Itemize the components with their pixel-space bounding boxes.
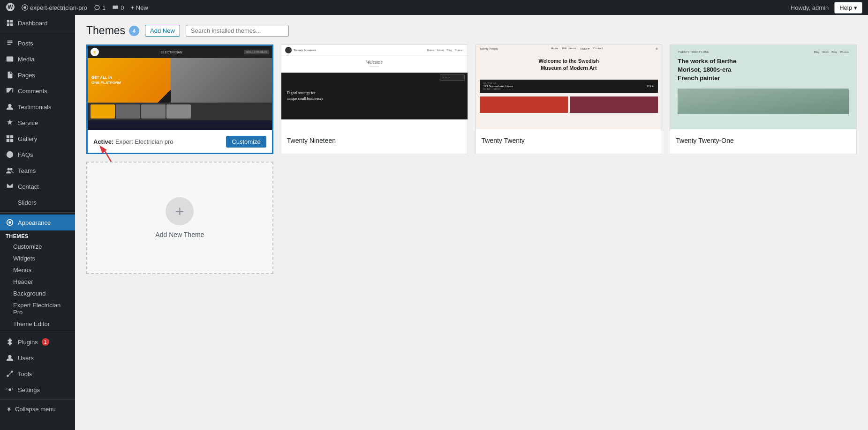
theme-thumbnail-twenty: Twenty Twenty HomeEdit menusAbout ▾Conta… [476,45,662,129]
sidebar-item-gallery[interactable]: Gallery [0,131,75,147]
themes-header: Themes 4 Add New [86,24,857,37]
theme-card-nineteen[interactable]: Twenty Nineteen HomeAboutBlogContact Wel… [281,44,468,154]
add-new-button[interactable]: Add New [145,25,180,37]
elec-logo: E [91,48,99,56]
posts-icon [6,39,14,47]
teams-icon [6,166,14,175]
contact-icon [6,182,14,191]
main-layout: Dashboard Posts Media Pages Comments Tes… [0,15,868,430]
wp-logo-icon[interactable]: W [6,2,15,13]
submenu-background[interactable]: Background [0,288,75,299]
plugins-badge: 1 [42,338,49,346]
svg-text:W: W [8,4,13,10]
svg-rect-8 [10,135,13,138]
svg-point-15 [8,355,11,358]
theme-thumbnail-twentyone: TWENTY TWENTY-ONE BlogWorkBlogPhotos The… [670,45,856,129]
submenu-menus[interactable]: Menus [0,264,75,276]
main-content: Themes 4 Add New E ELECTRICIAN SOL [75,15,868,430]
sidebar-item-pages[interactable]: Pages [0,67,75,83]
sidebar-item-comments[interactable]: Comments [0,83,75,99]
faqs-icon [6,150,14,159]
elec-hero-image [171,58,272,103]
sidebar-item-dashboard[interactable]: Dashboard [0,15,75,31]
settings-icon [6,386,14,394]
twenty-event-card: UPCOMING 123 Somewhere, Umea 90:00 – 19:… [480,80,658,93]
sidebar-item-sliders[interactable]: Sliders [0,194,75,210]
collapse-menu-button[interactable]: Collapse menu [0,402,75,416]
plugins-icon [6,338,14,346]
add-theme-icon: + [166,197,194,225]
pages-icon [6,71,14,79]
submenu-customize[interactable]: Customize [0,241,75,252]
theme-card-active[interactable]: E ELECTRICIAN SOLAR PANELS GET ALL INONE… [86,44,273,154]
svg-point-14 [8,221,11,223]
admin-bar-left: W expert-electrician-pro 1 0 + New [6,2,148,13]
sidebar-item-testimonials[interactable]: Testimonials [0,99,75,115]
admin-bar-right: Howdy, admin Help ▾ [791,2,862,14]
testimonials-icon [6,103,14,111]
admin-bar-howdy: Howdy, admin [791,4,829,11]
twenty-title: Welcome to the SwedishMuseum of Modern A… [476,52,662,78]
admin-bar-comments[interactable]: 0 [112,4,124,11]
svg-point-3 [23,6,26,9]
theme-card-twentyone[interactable]: TWENTY TWENTY-ONE BlogWorkBlogPhotos The… [670,44,857,154]
media-icon [6,55,14,63]
service-icon [6,119,14,127]
collapse-icon [6,406,12,413]
submenu-header[interactable]: Header [0,276,75,288]
theme-footer-twentyone: Twenty Twenty-One [670,129,856,152]
twenty-blocks [476,95,662,115]
svg-point-11 [7,151,13,158]
theme-active-label: Active: Expert Electrician pro [93,138,174,145]
sidebar-item-posts[interactable]: Posts [0,35,75,51]
themes-count-badge: 4 [129,26,139,36]
nineteen-hero: Welcome [281,56,468,73]
theme-thumbnail-nineteen: Twenty Nineteen HomeAboutBlogContact Wel… [281,45,468,129]
users-icon [6,354,14,362]
sidebar: Dashboard Posts Media Pages Comments Tes… [0,15,75,430]
admin-bar-new[interactable]: + New [131,4,148,11]
sidebar-item-teams[interactable]: Teams [0,163,75,178]
add-theme-label: Add New Theme [155,231,204,238]
nineteen-dark-section: Digital strategy forunique small busines… [281,73,468,119]
sidebar-item-plugins[interactable]: Plugins 1 [0,334,75,350]
sidebar-item-service[interactable]: Service [0,115,75,131]
admin-bar-site-name[interactable]: expert-electrician-pro [22,4,87,11]
theme-footer-nineteen: Twenty Nineteen [281,129,468,152]
elec-thumbnails [88,103,272,120]
svg-point-12 [8,168,10,171]
submenu-widgets[interactable]: Widgets [0,252,75,264]
tools-icon [6,370,14,378]
sidebar-item-tools[interactable]: Tools [0,366,75,382]
sidebar-item-users[interactable]: Users [0,350,75,366]
sidebar-item-settings[interactable]: Settings [0,382,75,398]
customize-button[interactable]: Customize [226,136,266,148]
nineteen-header: Twenty Nineteen HomeAboutBlogContact [281,45,468,56]
sidebar-item-faqs[interactable]: FAQs [0,147,75,163]
submenu-theme-editor[interactable]: Theme Editor [0,318,75,330]
submenu-expert-electrician-pro[interactable]: Expert Electrician Pro [0,299,75,318]
elec-nav: ELECTRICIAN [161,51,182,54]
sidebar-item-media[interactable]: Media [0,51,75,67]
page-title: Themes 4 [86,24,139,37]
theme-footer-electrician: Active: Expert Electrician pro Customize [88,130,272,153]
elec-hero-text: GET ALL INONE PLATFORM [91,75,121,85]
chevron-down-icon: ▾ [854,4,857,11]
appearance-submenu: Themes Customize Widgets Menus Header Ba… [0,230,75,330]
theme-name-twentyone: Twenty Twenty-One [676,137,733,144]
twentyone-image [678,89,849,114]
sidebar-item-appearance[interactable]: Appearance [0,215,75,230]
svg-point-6 [8,104,11,107]
svg-point-13 [10,168,12,171]
sidebar-item-contact[interactable]: Contact [0,178,75,194]
svg-rect-9 [7,139,9,142]
add-theme-card[interactable]: + Add New Theme [86,162,273,274]
dashboard-icon [6,19,14,27]
appearance-icon [6,218,14,227]
theme-card-twenty[interactable]: Twenty Twenty HomeEdit menusAbout ▾Conta… [476,44,663,154]
admin-bar-updates[interactable]: 1 [94,4,106,11]
svg-rect-4 [7,57,13,62]
help-button[interactable]: Help ▾ [834,2,862,14]
search-input[interactable] [186,25,289,37]
twenty-header-bar: Twenty Twenty HomeEdit menusAbout ▾Conta… [476,45,662,52]
